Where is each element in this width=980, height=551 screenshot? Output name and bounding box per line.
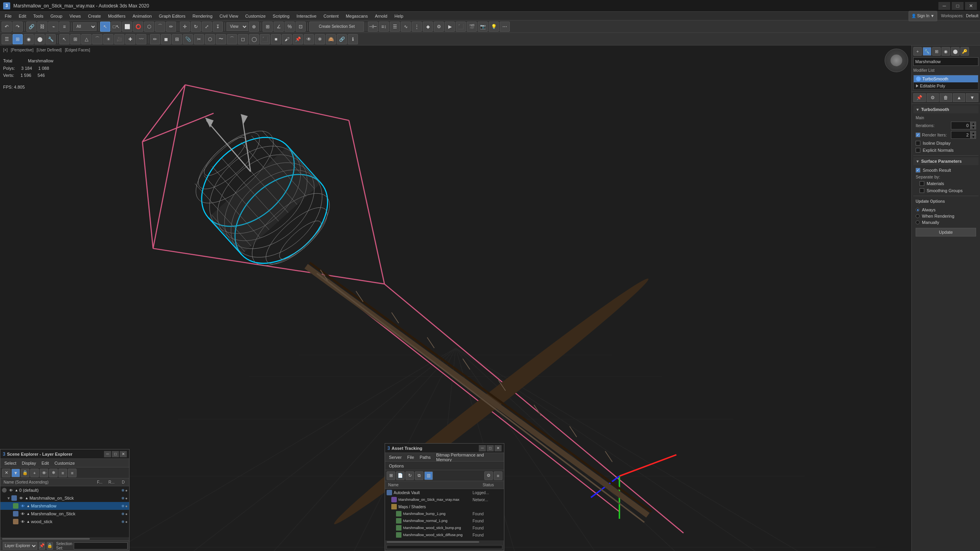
menu-scripting[interactable]: Scripting xyxy=(270,13,293,19)
se-close-btn[interactable]: ✕ xyxy=(2,469,11,477)
at-footer-scrollbar[interactable] xyxy=(387,545,502,549)
list-item[interactable]: 👁 ▲ 0 (default) ❄ ● xyxy=(0,486,129,494)
at-tb-server-btn[interactable]: ⊞ xyxy=(387,471,395,480)
always-radio[interactable] xyxy=(916,208,920,212)
always-row[interactable]: Always xyxy=(913,207,978,213)
vis-icon[interactable]: ▲ xyxy=(26,519,31,524)
se-close-button[interactable]: ✕ xyxy=(120,451,127,457)
at-restore-button[interactable]: □ xyxy=(487,445,494,451)
at-content[interactable]: Autodesk Vault Logged... Marshmallow_on_… xyxy=(385,489,504,540)
group-btn[interactable]: ⊞ xyxy=(172,34,182,44)
se-add-layer-btn[interactable]: + xyxy=(30,469,39,477)
at-tb-file-btn[interactable]: 📄 xyxy=(396,471,405,480)
se-more-btn[interactable]: ≡ xyxy=(58,469,67,477)
se-scrollbar[interactable] xyxy=(0,537,129,540)
menu-views[interactable]: Views xyxy=(66,13,84,19)
list-item[interactable]: 👁 ▲ wood_stick ❄ ● xyxy=(0,518,129,526)
undo-button[interactable]: ↶ xyxy=(2,22,12,32)
toggle-ribbon[interactable]: ☰ xyxy=(2,34,12,44)
paint-btn[interactable]: 🖌 xyxy=(282,34,292,44)
eye-icon[interactable]: 👁 xyxy=(18,495,24,501)
menu-megascans[interactable]: Megascans xyxy=(343,13,371,19)
se-pin-button[interactable]: 📌 xyxy=(39,542,45,550)
info-btn[interactable]: ℹ xyxy=(348,34,358,44)
at-close-button[interactable]: ✕ xyxy=(495,445,502,451)
se-filter-btn[interactable]: ▼ xyxy=(11,469,20,477)
camera-btn[interactable]: 📷 xyxy=(478,22,488,32)
menu-animation[interactable]: Animation xyxy=(130,13,155,19)
menu-file[interactable]: File xyxy=(2,13,15,19)
body-btn[interactable]: ◯ xyxy=(249,34,259,44)
list-item[interactable]: 👁 ▲ Marshmallow ❄ ● xyxy=(0,502,129,510)
render-iters-value[interactable]: 2 xyxy=(951,131,971,139)
render-frame-button[interactable]: ⬛ xyxy=(456,22,466,32)
align-button[interactable]: ≡↕ xyxy=(379,22,389,32)
display-panel-btn[interactable]: ⬤ xyxy=(951,47,960,56)
close-button[interactable]: ✕ xyxy=(965,2,977,10)
fence-select-button[interactable]: ⬡ xyxy=(144,22,154,32)
use-pivot-button[interactable]: ⊕ xyxy=(249,22,259,32)
create-selection-set-button[interactable]: Create Selection Set xyxy=(309,22,364,32)
update-button[interactable]: Update xyxy=(916,228,976,236)
hierarchy-tab[interactable]: ⊞ xyxy=(13,34,23,44)
hide-btn[interactable]: 🙈 xyxy=(326,34,336,44)
materials-checkbox[interactable] xyxy=(920,181,924,186)
update-options-header[interactable]: Update Options xyxy=(913,198,978,205)
render-setup-button[interactable]: ⚙ xyxy=(434,22,444,32)
list-item[interactable]: Autodesk Vault Logged... xyxy=(385,489,504,496)
at-menu-file[interactable]: File xyxy=(405,454,416,460)
explicit-normals-checkbox[interactable] xyxy=(916,148,920,153)
motion-panel-btn[interactable]: ◉ xyxy=(942,47,950,56)
attach-btn[interactable]: 📎 xyxy=(183,34,193,44)
edit-btn[interactable]: ✏ xyxy=(150,34,160,44)
list-item[interactable]: Marshmallow_normal_1.png Found xyxy=(385,517,504,524)
modifier-item-turbosmooth[interactable]: TurboSmooth xyxy=(914,75,978,82)
manually-radio[interactable] xyxy=(916,220,920,224)
surface-btn[interactable]: ◻ xyxy=(238,34,248,44)
shape-btn[interactable]: ⌒ xyxy=(92,34,102,44)
at-tb-settings-btn[interactable]: ⚙ xyxy=(484,471,493,480)
vis-icon[interactable]: ▲ xyxy=(24,495,29,501)
se-lock-btn[interactable]: 🔒 xyxy=(21,469,29,477)
at-tb-copy-btn[interactable]: ⧉ xyxy=(415,471,423,480)
spacewarp-btn[interactable]: 〰 xyxy=(136,34,146,44)
at-tb-more-btn[interactable]: ≡ xyxy=(494,471,502,480)
geometry-btn2[interactable]: ⬡ xyxy=(205,34,215,44)
curve-editor-button[interactable]: ∿ xyxy=(401,22,411,32)
link-btn2[interactable]: 🔗 xyxy=(337,34,347,44)
iterations-down-btn[interactable]: ▼ xyxy=(971,125,976,129)
light-btn2[interactable]: ☀ xyxy=(103,34,113,44)
select-filter-button[interactable]: ≡ xyxy=(59,22,69,32)
menu-modifiers[interactable]: Modifiers xyxy=(105,13,129,19)
surface-params-header[interactable]: ▼ Surface Parameters xyxy=(913,157,978,165)
se-menu-edit[interactable]: Edit xyxy=(39,460,51,466)
se-options-btn[interactable]: ≡ xyxy=(68,469,77,477)
motion-tab[interactable]: ◉ xyxy=(24,34,34,44)
explicit-normals-row[interactable]: Explicit Normals xyxy=(913,147,978,154)
at-menu-paths[interactable]: Paths xyxy=(417,454,433,460)
vp-nav-user-defined[interactable]: [User Defined] xyxy=(36,48,62,52)
vp-nav-plus[interactable]: [+] xyxy=(3,48,7,52)
list-item[interactable]: Marshmallow_wood_stick_diffuse.png Found xyxy=(385,531,504,538)
hierarchy-panel-btn[interactable]: ⊞ xyxy=(932,47,941,56)
isoline-display-row[interactable]: Isoline Display xyxy=(913,140,978,147)
list-item[interactable]: Marshmallow_bump_1.png Found xyxy=(385,510,504,517)
modify-panel-btn[interactable]: 🔧 xyxy=(923,47,931,56)
se-menu-select[interactable]: Select xyxy=(2,460,19,466)
se-hide-btn[interactable]: 👁 xyxy=(40,469,48,477)
eye-icon[interactable]: 👁 xyxy=(20,511,26,516)
rect-select-button[interactable]: ⬜ xyxy=(122,22,132,32)
manually-row[interactable]: Manually xyxy=(913,219,978,225)
se-lock2-button[interactable]: 🔒 xyxy=(47,542,53,550)
menu-arnold[interactable]: Arnold xyxy=(372,13,391,19)
list-item[interactable]: ▼ 👁 ▲ Marshmallow_on_Stick ❄ ● xyxy=(0,494,129,502)
at-tb-filter-btn[interactable]: ▥ xyxy=(424,471,433,480)
sign-in-button[interactable]: 👤 Sign In ▼ xyxy=(909,11,937,21)
menu-rendering[interactable]: Rendering xyxy=(190,13,216,19)
render-iters-up-btn[interactable]: ▲ xyxy=(971,131,976,135)
menu-tools[interactable]: Tools xyxy=(30,13,47,19)
menu-graph-editors[interactable]: Graph Editors xyxy=(156,13,189,19)
eye-icon[interactable]: 👁 xyxy=(20,503,26,509)
se-explorer-type-dropdown[interactable]: Layer Explorer xyxy=(3,542,37,550)
object-name-input[interactable] xyxy=(913,57,978,66)
